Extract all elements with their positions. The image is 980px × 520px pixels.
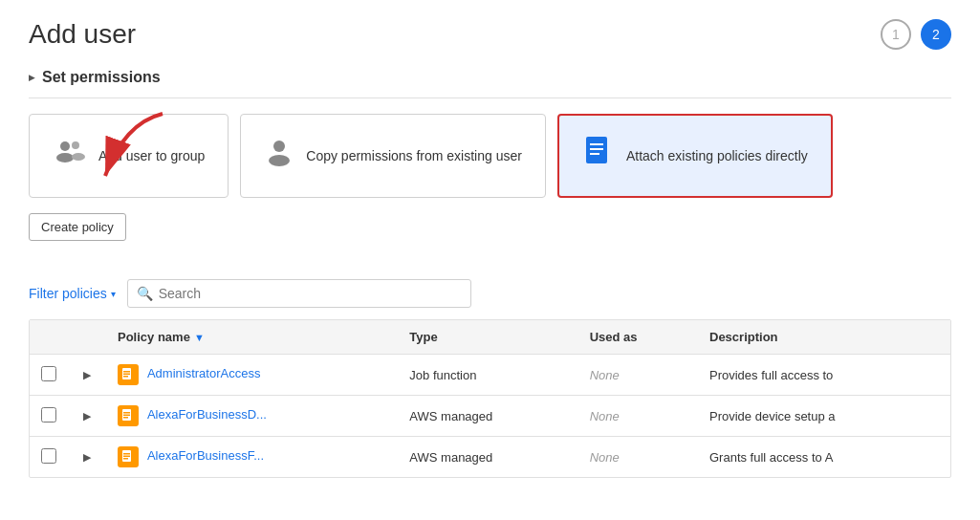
policy-row-icon xyxy=(118,405,139,426)
permission-options-area: Add user to group Copy permissions from … xyxy=(29,114,951,198)
svg-rect-13 xyxy=(123,374,130,376)
sort-arrow-icon: ▼ xyxy=(194,332,205,343)
expand-row-button-0[interactable]: ▶ xyxy=(79,367,95,383)
filter-policies-button[interactable]: Filter policies ▾ xyxy=(29,286,116,301)
attach-policies-label: Attach existing policies directly xyxy=(626,148,808,163)
copy-permissions-label: Copy permissions from existing user xyxy=(306,148,522,163)
policy-name-cell: AlexaForBusinessD... xyxy=(106,396,398,437)
attach-policies-card[interactable]: Attach existing policies directly xyxy=(557,114,833,198)
row-checkbox-0[interactable] xyxy=(41,366,56,381)
policy-row-icon xyxy=(118,446,139,467)
svg-rect-16 xyxy=(123,412,130,414)
row-checkbox-cell xyxy=(30,437,68,478)
filter-policies-label: Filter policies xyxy=(29,286,107,301)
svg-point-2 xyxy=(56,153,74,162)
policy-name-link[interactable]: AdministratorAccess xyxy=(147,366,260,380)
svg-rect-8 xyxy=(590,143,603,145)
svg-rect-12 xyxy=(123,371,130,373)
svg-rect-20 xyxy=(123,453,130,455)
description-col-header: Description xyxy=(698,320,950,355)
checkbox-col-header xyxy=(30,320,68,355)
set-permissions-header: ▸ Set permissions xyxy=(29,69,951,98)
step-2-indicator: 2 xyxy=(921,19,951,50)
table-row: ▶ AdministratorAccess Job function None … xyxy=(30,355,950,396)
table-body: ▶ AdministratorAccess Job function None … xyxy=(30,355,950,478)
type-cell: AWS managed xyxy=(398,437,577,478)
policies-table: Policy name ▼ Type Used as Description ▶ xyxy=(30,320,950,477)
table-header-row: Policy name ▼ Type Used as Description xyxy=(30,320,950,355)
group-icon xyxy=(53,135,87,177)
policy-name-cell: AlexaForBusinessF... xyxy=(106,437,398,478)
section-arrow-icon: ▸ xyxy=(29,71,34,84)
page-title: Add user xyxy=(29,19,136,50)
svg-point-6 xyxy=(269,155,290,166)
type-col-header: Type xyxy=(398,320,577,355)
type-cell: Job function xyxy=(398,355,577,396)
svg-point-4 xyxy=(72,153,85,161)
search-input[interactable] xyxy=(127,279,471,308)
policy-document-icon xyxy=(582,135,615,177)
row-checkbox-cell xyxy=(30,396,68,437)
svg-rect-21 xyxy=(123,456,130,458)
svg-rect-10 xyxy=(590,153,599,155)
create-policy-button[interactable]: Create policy xyxy=(29,213,126,241)
row-expand-cell: ▶ xyxy=(68,437,106,478)
add-to-group-card[interactable]: Add user to group xyxy=(29,114,229,198)
step-indicators: 1 2 xyxy=(881,19,951,50)
row-checkbox-1[interactable] xyxy=(41,407,56,422)
policy-name-col-header: Policy name ▼ xyxy=(106,320,398,355)
policy-name-cell: AdministratorAccess xyxy=(106,355,398,396)
table-row: ▶ AlexaForBusinessD... AWS managed None … xyxy=(30,396,950,437)
svg-point-5 xyxy=(273,141,285,152)
svg-rect-18 xyxy=(123,417,128,419)
filter-search-row: Filter policies ▾ 🔍 xyxy=(29,279,951,308)
table-row: ▶ AlexaForBusinessF... AWS managed None … xyxy=(30,437,950,478)
row-checkbox-2[interactable] xyxy=(41,448,56,464)
copy-permissions-card[interactable]: Copy permissions from existing user xyxy=(240,114,546,198)
svg-rect-17 xyxy=(123,415,130,417)
add-to-group-label: Add user to group xyxy=(98,148,205,163)
step-1-indicator: 1 xyxy=(881,19,911,50)
policy-name-link[interactable]: AlexaForBusinessF... xyxy=(147,448,264,463)
policy-row-icon xyxy=(118,364,139,385)
row-checkbox-cell xyxy=(30,355,68,396)
section-title: Set permissions xyxy=(42,69,161,86)
search-icon: 🔍 xyxy=(137,286,153,301)
svg-rect-14 xyxy=(123,376,128,378)
row-expand-cell: ▶ xyxy=(68,396,106,437)
used-as-cell: None xyxy=(578,355,698,396)
used-as-cell: None xyxy=(578,396,698,437)
create-policy-row: Create policy xyxy=(29,213,951,260)
expand-row-button-2[interactable]: ▶ xyxy=(79,449,95,466)
description-cell: Provide device setup a xyxy=(698,396,950,437)
description-cell: Provides full access to xyxy=(698,355,950,396)
copy-person-icon xyxy=(264,135,294,177)
svg-rect-22 xyxy=(123,458,128,460)
row-expand-cell: ▶ xyxy=(68,355,106,396)
expand-row-button-1[interactable]: ▶ xyxy=(79,408,95,424)
used-as-cell: None xyxy=(578,437,698,478)
description-cell: Grants full access to A xyxy=(698,437,950,478)
policies-table-wrapper: Policy name ▼ Type Used as Description ▶ xyxy=(29,319,951,478)
search-wrapper: 🔍 xyxy=(127,279,471,308)
svg-rect-9 xyxy=(590,148,603,150)
type-cell: AWS managed xyxy=(398,396,577,437)
svg-point-3 xyxy=(72,141,79,149)
svg-point-1 xyxy=(60,141,70,151)
page-header: Add user 1 2 xyxy=(29,19,951,50)
permission-options: Add user to group Copy permissions from … xyxy=(29,114,951,198)
expand-col-header xyxy=(68,320,106,355)
used-as-col-header: Used as xyxy=(578,320,698,355)
policy-name-link[interactable]: AlexaForBusinessD... xyxy=(147,407,267,422)
filter-chevron-icon: ▾ xyxy=(111,289,116,299)
